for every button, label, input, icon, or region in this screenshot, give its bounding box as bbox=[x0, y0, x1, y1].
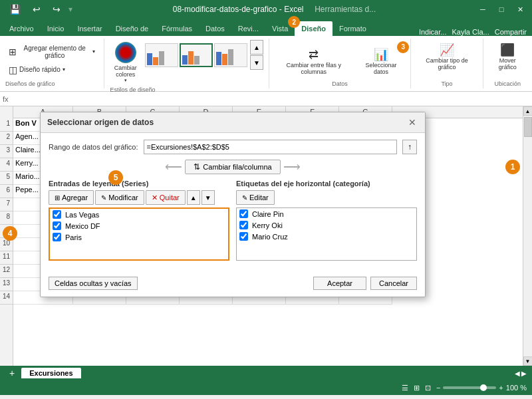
legend-checkbox-las-vegas[interactable] bbox=[53, 210, 61, 219]
indicator-btn[interactable]: Indicar... bbox=[419, 28, 447, 36]
legend-item-las-vegas[interactable]: Las Vegas bbox=[50, 209, 228, 220]
axis-toolbar: ✎ Editar bbox=[236, 190, 417, 205]
axis-item-kerry-oki[interactable]: Kerry Oki bbox=[237, 219, 416, 231]
legend-column: 5 Entradas de leyenda (Series) ⊞ Agregar… bbox=[49, 180, 229, 261]
style-thumb-3[interactable] bbox=[214, 43, 247, 67]
legend-down-btn[interactable]: ▼ bbox=[201, 190, 215, 205]
ribbon-content: ⊞ Agregar elemento de gráfico ▾ ◫ Diseño… bbox=[0, 36, 532, 92]
ribbon-group-styles: Cambiar colores ▾ bbox=[104, 39, 269, 88]
ribbon-group-location: ⬛ Mover gráfico Ubicación bbox=[483, 39, 532, 88]
ribbon-group-designs: ⊞ Agregar elemento de gráfico ▾ ◫ Diseño… bbox=[0, 39, 104, 88]
status-bar: ☰ ⊞ ⊡ − + 100 % bbox=[0, 380, 532, 395]
style-down-btn[interactable]: ▼ bbox=[250, 55, 263, 70]
hidden-cells-button[interactable]: Celdas ocultas y vacías bbox=[49, 277, 138, 290]
tab-diseno-pagina[interactable]: Diseño de bbox=[109, 21, 156, 36]
maximize-button[interactable]: □ bbox=[495, 3, 508, 16]
dialog-title-bar: Seleccionar origen de datos ✕ bbox=[41, 112, 425, 133]
tab-diseno[interactable]: Diseño bbox=[295, 21, 332, 36]
legend-checkbox-paris[interactable] bbox=[53, 233, 61, 241]
tab-formato[interactable]: Formato bbox=[332, 21, 373, 36]
styles-group-label: Estilos de diseño bbox=[110, 85, 155, 93]
legend-add-btn[interactable]: ⊞ Agregar bbox=[49, 190, 94, 205]
axis-item-claire-pin[interactable]: Claire Pin bbox=[237, 208, 416, 219]
change-chart-type-btn[interactable]: 📈 Cambiar tipo de gráfico bbox=[416, 40, 477, 72]
legend-list[interactable]: Las Vegas Mexico DF Paris bbox=[49, 207, 229, 261]
tab-archivo[interactable]: Archivo bbox=[3, 21, 41, 36]
sheet-scroll-left[interactable]: ◀ bbox=[515, 370, 520, 377]
style-thumbnails: ▲ ▼ bbox=[145, 40, 263, 70]
save-icon[interactable]: 💾 bbox=[5, 3, 25, 16]
dialog-close-button[interactable]: ✕ bbox=[406, 116, 418, 128]
range-input[interactable] bbox=[144, 140, 397, 154]
axis-checkbox-mario-cruz[interactable] bbox=[239, 232, 248, 241]
redo-icon[interactable]: ↪ bbox=[49, 3, 65, 16]
title-bar: 💾 ↩ ↪ ▾ 08-modificar-datos-de-grafico - … bbox=[0, 0, 532, 19]
axis-column: Etiquetas del eje horizontal (categoría)… bbox=[236, 180, 417, 261]
user-btn[interactable]: Kayla Cla... bbox=[452, 28, 489, 36]
dialog-footer: Celdas ocultas y vacías Aceptar Cancelar bbox=[41, 273, 425, 297]
axis-checkbox-claire-pin[interactable] bbox=[239, 209, 248, 218]
legend-modify-btn[interactable]: ✎ Modificar bbox=[95, 190, 144, 205]
title-bar-right: ─ □ ✕ bbox=[476, 3, 527, 16]
view-page-break-btn[interactable]: ⊡ bbox=[425, 384, 431, 392]
main-area: 1 2 3 4 5 6 7 8 9 10 11 12 13 14 A B bbox=[0, 106, 532, 366]
dialog-overlay: Seleccionar origen de datos ✕ Rango de d… bbox=[0, 106, 532, 366]
title-bar-left: 💾 ↩ ↪ ▾ bbox=[5, 3, 72, 16]
axis-item-mario-cruz[interactable]: Mario Cruz bbox=[237, 231, 416, 242]
style-up-btn[interactable]: ▲ bbox=[250, 40, 263, 55]
legend-title: Entradas de leyenda (Series) bbox=[49, 180, 229, 188]
zoom-control[interactable]: − + 100 % bbox=[436, 384, 527, 392]
add-sheet-button[interactable]: + bbox=[5, 368, 19, 378]
style-thumb-2[interactable] bbox=[180, 43, 213, 67]
undo-icon[interactable]: ↩ bbox=[29, 3, 45, 16]
close-button[interactable]: ✕ bbox=[513, 3, 527, 16]
tab-revisar[interactable]: Revi... bbox=[231, 21, 265, 36]
range-collapse-btn[interactable]: ↑ bbox=[402, 140, 417, 154]
axis-edit-btn[interactable]: ✎ Editar bbox=[236, 190, 275, 205]
range-label: Rango de datos del gráfico: bbox=[49, 143, 138, 151]
zoom-thumb[interactable] bbox=[480, 384, 487, 391]
tab-formulas[interactable]: Fórmulas bbox=[155, 21, 199, 36]
legend-up-btn[interactable]: ▲ bbox=[187, 190, 200, 205]
ribbon-group-data: ⇄ Cambiar entre filas y columnas 📊 Selec… bbox=[269, 39, 411, 88]
type-group-label: Tipo bbox=[441, 79, 452, 87]
sheet-tab-bar: + Excursiones ◀ ▶ bbox=[0, 366, 532, 380]
ribbon-group-type: 📈 Cambiar tipo de gráfico Tipo bbox=[411, 39, 483, 88]
switch-rows-cols-btn[interactable]: ⇄ Cambiar entre filas y columnas bbox=[275, 45, 353, 77]
columns-area: 5 Entradas de leyenda (Series) ⊞ Agregar… bbox=[49, 180, 417, 261]
zoom-track[interactable] bbox=[443, 386, 496, 389]
view-layout-btn[interactable]: ⊞ bbox=[414, 384, 420, 392]
switch-row-col-row: ⟵ ⇅ Cambiar fila/columna ⟶ bbox=[49, 160, 417, 174]
move-chart-btn[interactable]: ⬛ Mover gráfico bbox=[489, 40, 527, 72]
legend-item-mexico-df[interactable]: Mexico DF bbox=[50, 220, 228, 231]
cancel-button[interactable]: Cancelar bbox=[370, 277, 417, 290]
quick-layout-btn[interactable]: ◫ Diseño rápido ▾ bbox=[5, 63, 98, 77]
share-btn[interactable]: Compartir bbox=[495, 28, 527, 36]
axis-checkbox-kerry-oki[interactable] bbox=[239, 221, 248, 229]
axis-list[interactable]: Claire Pin Kerry Oki Mario Cruz bbox=[236, 207, 417, 261]
legend-remove-btn[interactable]: ✕ Quitar bbox=[146, 190, 186, 205]
ok-button[interactable]: Aceptar bbox=[313, 277, 366, 290]
add-chart-element-btn[interactable]: ⊞ Agregar elemento de gráfico ▾ bbox=[5, 43, 98, 61]
legend-checkbox-mexico-df[interactable] bbox=[53, 221, 61, 230]
tab-inicio[interactable]: Inicio bbox=[41, 21, 71, 36]
zoom-in-btn[interactable]: + bbox=[499, 384, 503, 392]
dialog-action-buttons: Aceptar Cancelar bbox=[313, 277, 417, 290]
select-data-btn[interactable]: 📊 Seleccionar datos 3 bbox=[357, 45, 405, 77]
dialog-title: Seleccionar origen de datos bbox=[47, 118, 154, 127]
sheet-tab-excursiones[interactable]: Excursiones bbox=[21, 368, 80, 378]
axis-label-claire-pin: Claire Pin bbox=[252, 210, 284, 218]
view-normal-btn[interactable]: ☰ bbox=[402, 384, 408, 392]
style-thumb-1[interactable] bbox=[145, 43, 178, 67]
change-colors-btn[interactable]: Cambiar colores ▾ bbox=[110, 40, 140, 85]
sheet-scroll-right[interactable]: ▶ bbox=[521, 370, 527, 377]
tab-insertar[interactable]: Insertar bbox=[70, 21, 108, 36]
dialog-body: Rango de datos del gráfico: ↑ ⟵ ⇅ Cambia… bbox=[41, 133, 425, 273]
tab-vista[interactable]: Vista 2 bbox=[265, 21, 295, 36]
zoom-out-btn[interactable]: − bbox=[436, 384, 440, 392]
minimize-button[interactable]: ─ bbox=[476, 3, 489, 16]
switch-row-col-btn[interactable]: ⇅ Cambiar fila/columna bbox=[185, 160, 280, 174]
design-buttons: ⊞ Agregar elemento de gráfico ▾ ◫ Diseño… bbox=[5, 40, 98, 79]
tab-datos[interactable]: Datos bbox=[199, 21, 231, 36]
legend-item-paris[interactable]: Paris bbox=[50, 231, 228, 243]
